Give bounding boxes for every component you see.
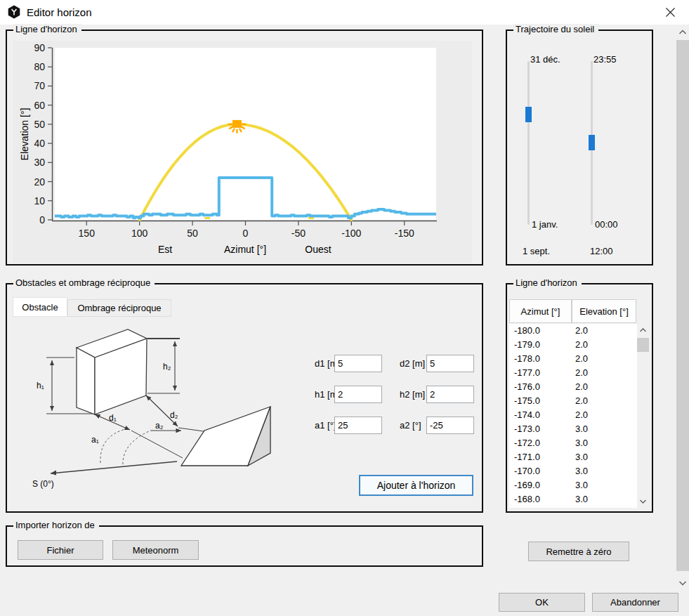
table-cell: -173.0 <box>509 422 575 436</box>
table-row[interactable]: -179.02.0 <box>509 338 637 352</box>
table-row[interactable]: -169.03.0 <box>509 478 637 492</box>
h2-label: h₂ <box>163 362 171 372</box>
sun-ground-mark <box>204 217 210 219</box>
tab-obstacle[interactable]: Obstacle <box>13 297 67 317</box>
group-ligne-horizon-chart: Ligne d'horizon 010203040506070809015010… <box>6 30 483 266</box>
scroll-up-icon[interactable] <box>637 324 649 336</box>
table-cell: 2.0 <box>575 338 637 352</box>
table-cell: 2.0 <box>575 366 637 380</box>
scroll-thumb[interactable] <box>676 40 689 571</box>
h2-input[interactable] <box>426 386 474 403</box>
x-tick-label: -150 <box>395 228 414 239</box>
x-tick-label: 50 <box>187 228 198 239</box>
y-tick-label: 60 <box>34 100 45 111</box>
column-header-elevation[interactable]: Elevation [°] <box>572 299 636 323</box>
group-ligne-horizon-table: Ligne d'horizon Azimut [°] Elevation [°]… <box>506 283 653 513</box>
obstacle-diagram: h₁ h₂ d₁ d₂ a₂ a₁ S (0°) <box>13 325 309 502</box>
a1-label: a₁ <box>91 435 99 445</box>
plot-area <box>55 48 436 220</box>
table-cell: 2.0 <box>575 394 637 408</box>
table-row[interactable]: -172.03.0 <box>509 436 637 450</box>
a1-input[interactable] <box>334 417 382 434</box>
x-tick-label: 150 <box>79 228 96 239</box>
a2-input[interactable] <box>426 417 474 434</box>
table-row[interactable]: -180.02.0 <box>509 324 637 338</box>
table-cell: 3.0 <box>575 436 637 450</box>
ok-button[interactable]: OK <box>499 593 585 612</box>
table-cell: -177.0 <box>509 366 575 380</box>
obstacle-box <box>77 329 147 414</box>
group-title: Trajectoire du soleil <box>513 24 598 35</box>
table-cell: 2.0 <box>575 324 637 338</box>
east-label: Est <box>158 244 172 255</box>
table-row[interactable]: -170.03.0 <box>509 464 637 478</box>
scroll-thumb[interactable] <box>637 338 649 352</box>
x-tick-label: -50 <box>291 228 306 239</box>
y-tick-label: 0 <box>39 214 45 225</box>
close-icon <box>666 8 675 17</box>
horizon-list-scrollbar[interactable] <box>637 324 649 508</box>
cancel-button[interactable]: Abandonner <box>592 593 678 612</box>
group-trajectoire-soleil: Trajectoire du soleil 31 déc. 23:55 1 ja… <box>506 30 653 266</box>
horizon-chart[interactable]: 0102030405060708090150100500-50-100-150 … <box>13 41 472 263</box>
app-icon <box>7 5 21 19</box>
a1-arc <box>100 429 125 463</box>
table-row[interactable]: -177.02.0 <box>509 366 637 380</box>
scroll-down-icon[interactable] <box>676 576 689 590</box>
time-slider-thumb[interactable] <box>589 135 595 150</box>
table-row[interactable]: -168.03.0 <box>509 492 637 506</box>
table-row[interactable]: -178.02.0 <box>509 352 637 366</box>
close-button[interactable] <box>657 0 683 25</box>
a2-field-label: a2 [°] <box>400 417 421 434</box>
fichier-button[interactable]: Fichier <box>18 540 103 560</box>
meteonorm-button[interactable]: Meteonorm <box>112 540 199 560</box>
date-slider-thumb[interactable] <box>525 107 532 122</box>
table-row[interactable]: -171.03.0 <box>509 450 637 464</box>
scroll-down-icon[interactable] <box>637 495 649 508</box>
table-cell: 3.0 <box>575 492 637 506</box>
d2-input[interactable] <box>426 355 474 372</box>
dialog-scrollbar[interactable] <box>676 25 689 590</box>
group-title: Importer horizon de <box>13 520 99 531</box>
y-axis-label: Elevation [°] <box>19 108 30 161</box>
table-row[interactable]: -175.02.0 <box>509 394 637 408</box>
table-row[interactable]: -174.02.0 <box>509 408 637 422</box>
table-cell: 3.0 <box>575 450 637 464</box>
group-importer-horizon: Importer horizon de Fichier Meteonorm <box>6 525 483 567</box>
table-cell: -180.0 <box>509 324 575 338</box>
group-obstacles: Obstacles et ombrage réciproque Obstacle… <box>6 283 483 513</box>
tab-label: Ombrage réciproque <box>77 303 161 313</box>
y-tick-label: 10 <box>34 195 45 207</box>
y-tick-label: 30 <box>34 157 45 168</box>
time-slider-value: 12:00 <box>590 246 613 256</box>
y-tick-label: 90 <box>34 42 45 53</box>
h1-label: h₁ <box>37 381 44 391</box>
table-cell: 3.0 <box>575 464 637 478</box>
d2-field-label: d2 [m] <box>400 355 425 372</box>
table-row[interactable]: -176.02.0 <box>509 380 637 394</box>
y-tick-label: 80 <box>34 61 45 72</box>
horizon-list[interactable]: -180.02.0-179.02.0-178.02.0-177.02.0-176… <box>509 324 637 508</box>
group-title: Obstacles et ombrage réciproque <box>13 277 155 289</box>
panel-wedge <box>181 407 270 466</box>
date-slider-track[interactable] <box>527 61 530 225</box>
scroll-up-icon[interactable] <box>676 25 689 39</box>
group-title: Ligne d'horizon <box>13 24 81 35</box>
add-to-horizon-button[interactable]: Ajouter à l'horizon <box>359 475 473 496</box>
a1-field-label: a1 [°] <box>315 417 336 434</box>
group-title: Ligne d'horizon <box>513 277 582 289</box>
d1-input[interactable] <box>334 355 382 372</box>
table-cell: -175.0 <box>509 394 575 408</box>
reset-button[interactable]: Remettre à zéro <box>528 542 629 561</box>
h1-input[interactable] <box>334 386 382 403</box>
table-cell: 2.0 <box>575 352 637 366</box>
tab-ombrage-reciproque[interactable]: Ombrage réciproque <box>67 299 171 317</box>
date-slider-min-label: 1 janv. <box>532 219 558 230</box>
d2-extension <box>178 428 204 431</box>
table-cell: -169.0 <box>509 478 575 492</box>
date-slider-max-label: 31 déc. <box>530 54 560 65</box>
column-header-azimut[interactable]: Azimut [°] <box>509 299 572 323</box>
table-row[interactable]: -173.03.0 <box>509 422 637 436</box>
table-cell: -176.0 <box>509 380 575 394</box>
south-line <box>51 461 177 473</box>
